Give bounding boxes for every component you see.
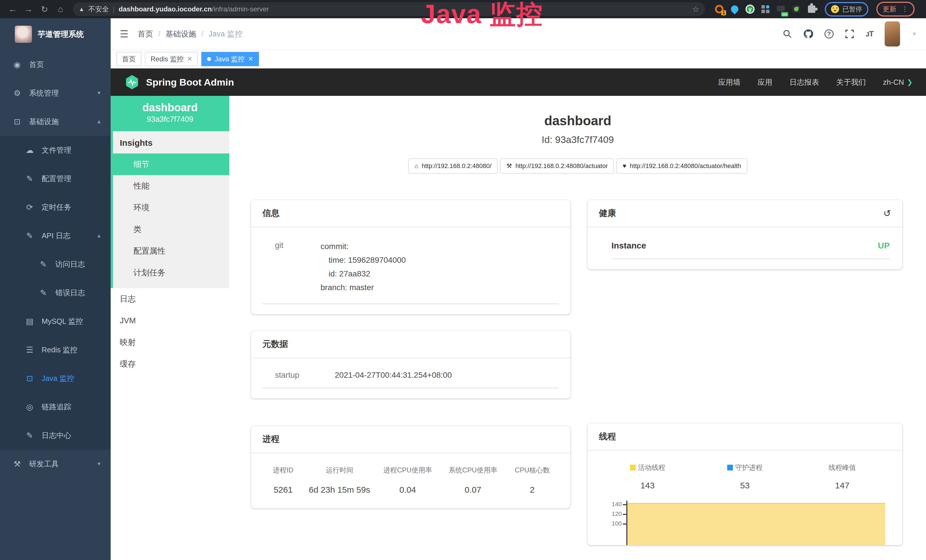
metadata-card-title: 元数据 — [262, 338, 288, 350]
side-item-jvm[interactable]: JVM — [110, 310, 229, 331]
chevron-down-icon: ❯︎ — [907, 78, 912, 86]
extension-icon-grid[interactable] — [760, 4, 770, 14]
sidebar-item-config[interactable]: ✎ 配置管理 — [0, 164, 110, 193]
app-logo[interactable]: 芋道管理系统 — [0, 18, 110, 50]
extension-icon-leaf[interactable] — [791, 4, 801, 14]
extension-icon-pin[interactable] — [729, 4, 740, 14]
chrome-update-button[interactable]: 更新 ⋮ — [876, 2, 915, 17]
sba-instance-header[interactable]: dashboard 93a3fc7f7409 — [110, 96, 229, 131]
font-size-icon[interactable]: ᴊT — [865, 29, 873, 38]
side-item-details[interactable]: 细节 — [110, 153, 229, 175]
side-item-configprops[interactable]: 配置属性 — [113, 240, 229, 262]
page-title: dashboard — [229, 113, 926, 129]
sba-logo-icon — [124, 74, 140, 90]
page-id: Id: 93a3fc7f7409 — [229, 134, 926, 145]
home-icon[interactable]: ⌂ — [54, 4, 67, 14]
extension-icon-on[interactable]: on — [776, 4, 786, 14]
fullscreen-icon[interactable] — [845, 29, 854, 38]
daemon-threads-value: 53 — [696, 481, 793, 490]
reload-icon[interactable]: ↻ — [38, 4, 51, 14]
side-item-caches[interactable]: 缓存 — [110, 353, 229, 375]
process-values-row: 5261 6d 23h 15m 59s 0.04 0.07 2 — [262, 477, 559, 498]
info-key: git — [275, 240, 321, 294]
chevron-up-icon: ▲ — [96, 119, 101, 125]
log-edit-icon: ✎ — [39, 288, 48, 298]
history-icon[interactable]: ↺ — [883, 208, 891, 219]
tab-redis-monitor[interactable]: Redis 监控 ✕ — [145, 52, 198, 66]
info-card-title: 信息 — [262, 207, 280, 219]
bookmark-star-icon[interactable]: ☆ — [692, 5, 699, 14]
sidebar-item-tracing[interactable]: ◎ 链路追踪 — [0, 392, 110, 421]
extension-icon-orange[interactable]: 1 — [714, 4, 724, 14]
user-avatar[interactable] — [885, 21, 900, 47]
sidebar-item-redis[interactable]: ☰ Redis 监控 — [0, 336, 110, 364]
endpoint-home-button[interactable]: ⌂ http://192.168.0.2:48080/ — [408, 158, 498, 174]
sidebar-item-access-log[interactable]: ✎ 访问日志 — [0, 250, 110, 278]
sba-nav-about[interactable]: 关于我们 — [836, 77, 866, 87]
sidebar-item-home[interactable]: ◉ 首页 — [0, 50, 110, 79]
sidebar-item-infra[interactable]: ⊡ 基础设施 ▲ — [0, 107, 110, 136]
sidebar-item-mysql[interactable]: ▤ MySQL 监控 — [0, 307, 110, 336]
close-icon[interactable]: ✕ — [248, 55, 253, 63]
close-icon[interactable]: ✕ — [187, 55, 192, 63]
sba-header: Spring Boot Admin 应用墙 应用 日志报表 关于我们 zh-CN… — [110, 68, 926, 96]
sba-brand: Spring Boot Admin — [146, 77, 234, 88]
eye-icon: ◎ — [25, 402, 34, 412]
home-icon: ⌂ — [415, 162, 418, 170]
sidebar-item-cron[interactable]: ⟳ 定时任务 — [0, 193, 110, 221]
extension-icon-green-y[interactable]: y — [745, 4, 755, 14]
browser-menu-icon[interactable]: ⋮ — [902, 5, 908, 13]
log-edit-icon: ✎ — [25, 431, 34, 440]
extensions-puzzle-icon[interactable] — [806, 4, 817, 14]
side-item-metrics[interactable]: 性能 — [113, 175, 229, 197]
back-icon[interactable]: ← — [6, 4, 20, 14]
breadcrumb-infra[interactable]: 基础设施 — [165, 29, 196, 39]
side-item-logs[interactable]: 日志 — [110, 288, 229, 310]
chevron-down-icon: ▼ — [96, 90, 101, 96]
url-host: dashboard.yudao.iocoder.cn — [119, 5, 212, 13]
sidebar-item-log-center[interactable]: ✎ 日志中心 — [0, 421, 110, 450]
app-title: 芋道管理系统 — [38, 29, 84, 39]
tab-home[interactable]: 首页 — [117, 52, 141, 66]
profile-paused-chip[interactable]: 已暂停 — [825, 2, 869, 17]
search-icon[interactable] — [783, 29, 792, 38]
wrench-icon: ⚒ — [506, 162, 512, 170]
sidebar-item-system[interactable]: ⚙ 系统管理 ▼ — [0, 79, 110, 107]
sidebar-item-api-log[interactable]: ✎ API 日志 ▲ — [0, 221, 110, 250]
sba-nav-journal[interactable]: 日志报表 — [790, 77, 819, 87]
sidebar-item-files[interactable]: ☁ 文件管理 — [0, 136, 110, 164]
endpoint-health-button[interactable]: ♥ http://192.168.0.2:48080/actuator/heal… — [616, 158, 747, 174]
forward-icon[interactable]: → — [22, 4, 35, 14]
sidebar-item-java-monitor[interactable]: ⊡ Java 监控 — [0, 364, 110, 392]
process-card-title: 进程 — [262, 433, 280, 445]
divider: | — [113, 5, 115, 13]
help-icon[interactable]: ? — [825, 29, 834, 38]
sba-sidebar: dashboard 93a3fc7f7409 Insights 细节 性能 环境… — [110, 96, 229, 560]
health-card-title: 健康 — [599, 207, 616, 219]
side-item-classes[interactable]: 类 — [113, 218, 229, 240]
sidebar-item-devtools[interactable]: ⚒ 研发工具 ▼ — [0, 450, 110, 478]
layers-icon: ☰ — [25, 345, 34, 354]
side-item-mappings[interactable]: 映射 — [110, 331, 229, 353]
endpoint-buttons: ⌂ http://192.168.0.2:48080/ ⚒ http://192… — [229, 158, 926, 174]
address-bar[interactable]: ▲ 不安全 | dashboard.yudao.iocoder.cn/infra… — [73, 2, 705, 16]
endpoint-actuator-button[interactable]: ⚒ http://192.168.0.2:48080/actuator — [500, 158, 614, 174]
side-item-env[interactable]: 环境 — [113, 197, 229, 218]
sba-locale-select[interactable]: zh-CN ❯︎ — [883, 78, 912, 87]
live-threads-area — [627, 503, 885, 545]
breadcrumb: 首页 / 基础设施 / Java 监控 — [138, 29, 242, 39]
hamburger-icon[interactable]: ☰ — [120, 28, 128, 40]
extension-badge: 1 — [721, 10, 726, 15]
active-dot-icon — [207, 57, 211, 61]
sba-nav-applications[interactable]: 应用 — [758, 77, 772, 87]
sidebar-item-error-log[interactable]: ✎ 错误日志 — [0, 278, 110, 307]
sba-nav-wallboard[interactable]: 应用墙 — [718, 77, 740, 87]
tab-java-monitor[interactable]: Java 监控 ✕ — [201, 52, 259, 66]
url-text: dashboard.yudao.iocoder.cn/infra/admin-s… — [119, 5, 688, 13]
avatar-caret-icon[interactable]: ▼ — [911, 31, 917, 37]
github-icon[interactable] — [803, 29, 813, 39]
breadcrumb-home[interactable]: 首页 — [138, 29, 153, 39]
paused-label: 已暂停 — [843, 5, 862, 14]
side-item-scheduled[interactable]: 计划任务 — [113, 262, 229, 283]
metadata-key: startup — [275, 371, 335, 380]
